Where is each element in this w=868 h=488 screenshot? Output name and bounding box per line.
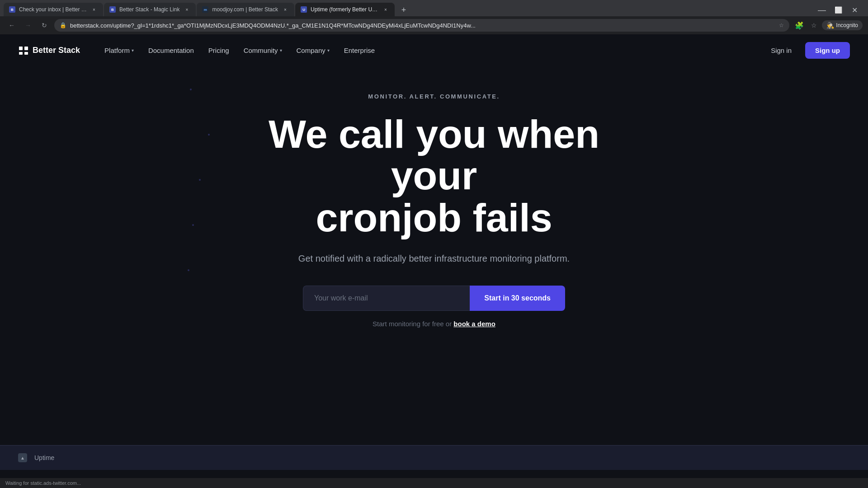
- platform-chevron: ▾: [132, 48, 134, 53]
- hero-tagline: MONITOR. ALERT. COMMUNICATE.: [368, 93, 500, 100]
- particle-1: [190, 89, 192, 90]
- bookmark-icon[interactable]: ☆: [779, 22, 784, 28]
- tab-4-close[interactable]: ×: [382, 6, 389, 13]
- svg-rect-2: [19, 52, 23, 55]
- browser-toolbar: ← → ↻ 🔒 betterstack.com/uptime?_gl=1*1rd…: [0, 16, 868, 34]
- hero-title-line2: cronjob fails: [316, 195, 552, 240]
- url-text: betterstack.com/uptime?_gl=1*1rdshc1*_ga…: [70, 22, 775, 29]
- particle-4: [192, 224, 194, 226]
- cta-button[interactable]: Start in 30 seconds: [470, 286, 565, 311]
- tab-3-title: moodjoy.com | Better Stack: [212, 6, 278, 13]
- tab-1-title: Check your inbox | Better Stack: [19, 6, 87, 13]
- hero-subtitle: Get notified with a radically better inf…: [298, 251, 570, 266]
- svg-rect-1: [24, 47, 28, 50]
- new-tab-button[interactable]: +: [397, 4, 410, 16]
- extensions-icon[interactable]: 🧩: [793, 19, 806, 32]
- tab-2-favicon: B: [109, 6, 116, 13]
- tab-3[interactable]: m moodjoy.com | Better Stack ×: [197, 3, 294, 16]
- tab-1-close[interactable]: ×: [90, 6, 98, 13]
- tab-3-close[interactable]: ×: [282, 6, 289, 13]
- website-content: Better Stack Platform ▾ Documentation Pr…: [0, 34, 868, 470]
- nav-right: Sign in Sign up: [764, 42, 850, 59]
- svg-rect-3: [24, 52, 28, 55]
- tab-1-favicon: B: [9, 6, 15, 13]
- logo-icon: [18, 45, 29, 56]
- forward-button[interactable]: →: [22, 19, 34, 32]
- minimize-button[interactable]: —: [816, 4, 828, 16]
- window-close-button[interactable]: ✕: [848, 4, 861, 16]
- hero-section: MONITOR. ALERT. COMMUNICATE. We call you…: [0, 66, 868, 346]
- company-chevron: ▾: [327, 48, 330, 53]
- tab-2-title: Better Stack - Magic Link: [119, 6, 179, 13]
- nav-platform[interactable]: Platform ▾: [98, 43, 140, 58]
- email-input[interactable]: [303, 286, 470, 311]
- reload-button[interactable]: ↻: [38, 19, 51, 32]
- particle-2: [208, 134, 210, 136]
- tab-1[interactable]: B Check your inbox | Better Stack ×: [4, 3, 103, 16]
- back-button[interactable]: ←: [5, 19, 18, 32]
- incognito-badge: 🕵️ Incognito: [822, 20, 863, 30]
- tab-2-close[interactable]: ×: [183, 6, 190, 13]
- particle-5: [188, 269, 189, 271]
- lock-icon: 🔒: [60, 22, 66, 28]
- incognito-label: Incognito: [836, 22, 858, 28]
- status-bar: Waiting for static.ads-twitter.com...: [0, 478, 868, 488]
- tab-4-title: Uptime (formerly Better Uptim...: [311, 6, 378, 13]
- navigation: Better Stack Platform ▾ Documentation Pr…: [0, 34, 868, 66]
- incognito-icon: 🕵️: [826, 22, 834, 29]
- uptime-label: Uptime: [34, 454, 54, 461]
- sign-up-button[interactable]: Sign up: [805, 42, 850, 59]
- bookmark-star-icon[interactable]: ☆: [807, 19, 820, 32]
- tab-bar: B Check your inbox | Better Stack × B Be…: [0, 0, 868, 16]
- browser-chrome: B Check your inbox | Better Stack × B Be…: [0, 0, 868, 34]
- svg-rect-0: [19, 47, 23, 50]
- bottom-bar: ▲ Uptime: [0, 445, 868, 470]
- hero-note: Start monitoring for free or book a demo: [373, 320, 495, 328]
- book-demo-link[interactable]: book a demo: [453, 320, 495, 328]
- community-chevron: ▾: [280, 48, 282, 53]
- status-message: Waiting for static.ads-twitter.com...: [5, 480, 81, 486]
- nav-documentation[interactable]: Documentation: [142, 43, 200, 58]
- logo[interactable]: Better Stack: [18, 45, 80, 56]
- hero-title: We call you when your cronjob fails: [262, 113, 606, 239]
- sign-in-button[interactable]: Sign in: [764, 43, 798, 58]
- tab-4-favicon: U: [301, 6, 307, 13]
- nav-company[interactable]: Company ▾: [290, 43, 336, 58]
- tab-3-favicon: m: [202, 6, 208, 13]
- address-bar[interactable]: 🔒 betterstack.com/uptime?_gl=1*1rdshc1*_…: [54, 19, 789, 32]
- nav-links: Platform ▾ Documentation Pricing Communi…: [98, 43, 764, 58]
- toolbar-icons: 🧩 ☆ 🕵️ Incognito: [793, 19, 863, 32]
- hero-form: Start in 30 seconds: [303, 286, 565, 311]
- logo-text: Better Stack: [33, 46, 80, 55]
- maximize-button[interactable]: ⬜: [832, 4, 844, 16]
- nav-enterprise[interactable]: Enterprise: [338, 43, 381, 58]
- tab-2[interactable]: B Better Stack - Magic Link ×: [104, 3, 196, 16]
- particle-3: [199, 179, 201, 181]
- uptime-icon: ▲: [18, 453, 27, 462]
- nav-community[interactable]: Community ▾: [237, 43, 288, 58]
- tab-4[interactable]: U Uptime (formerly Better Uptim... ×: [295, 3, 395, 16]
- nav-pricing[interactable]: Pricing: [202, 43, 236, 58]
- hero-title-line1: We call you when your: [269, 112, 599, 198]
